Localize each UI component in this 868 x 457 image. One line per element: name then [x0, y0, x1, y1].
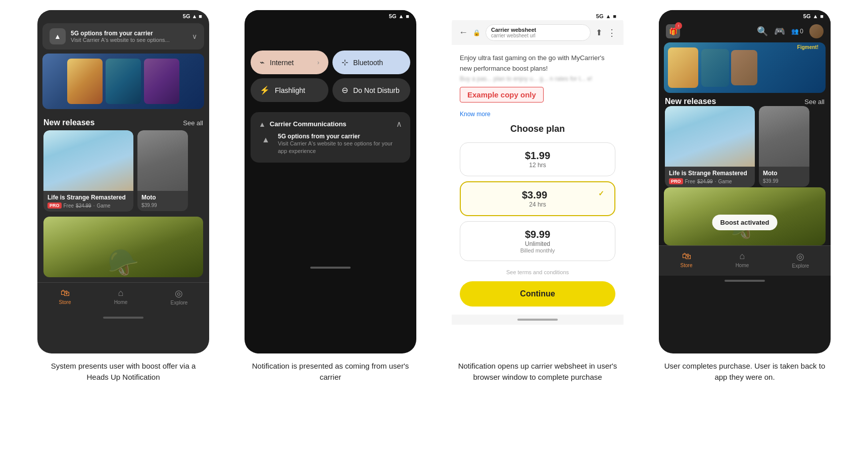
- game-price-4-2: $39.99: [763, 178, 779, 184]
- game-card-moto-4[interactable]: Moto $39.99: [759, 106, 809, 187]
- game-price-free-1: Free: [64, 203, 74, 209]
- promo-text-blurred: Buy a pas... plan to enjoy u... g... n r…: [460, 74, 615, 84]
- large-game-card[interactable]: 🪖: [43, 217, 203, 277]
- banner-game-2: [106, 59, 141, 104]
- nav-store[interactable]: 🛍 Store: [59, 288, 71, 306]
- carrier-msg-title: 5G options from your carrier: [278, 133, 402, 140]
- qs-row-2: ⚡ Flashlight ⊖ Do Not Disturb: [251, 78, 410, 102]
- terms-conditions[interactable]: See terms and conditions: [460, 269, 615, 275]
- websheet-body: Enjoy ultra fast gaming on the go with M…: [452, 45, 623, 315]
- qs-bluetooth[interactable]: ⊹ Bluetooth: [332, 50, 410, 74]
- qs-do-not-disturb[interactable]: ⊖ Do Not Disturb: [332, 78, 410, 102]
- battery-icon: ■: [199, 13, 202, 19]
- see-all-button-4[interactable]: See all: [804, 98, 825, 106]
- phone-screen-2: 5G ▲ ■ ⌁ Internet › ⊹ Bluetooth: [245, 10, 416, 353]
- game-price-free-4: Free: [685, 179, 696, 184]
- home-bar-4: [725, 280, 765, 282]
- url-bar[interactable]: Carrier websheet carrier websheet url: [486, 24, 591, 41]
- p4-hero-banner: Figment!: [664, 42, 826, 93]
- search-icon-4[interactable]: 🔍: [757, 26, 768, 37]
- app-header-4: 🎁 ! 🔍 🎮 👥 0: [659, 20, 831, 42]
- new-releases-title-4: New releases: [665, 97, 716, 106]
- large-game-card-4: 🪖 Boost activated: [664, 187, 826, 245]
- plan-option-1[interactable]: $1.99 12 hrs: [460, 142, 615, 176]
- caption-1: System presents user with boost offer vi…: [42, 361, 204, 383]
- share-icon[interactable]: ⬆: [596, 28, 602, 37]
- banner-game-1: [67, 59, 103, 104]
- signal-2: ▲: [398, 13, 404, 19]
- new-releases-header-4: New releases See all: [659, 97, 831, 106]
- game-meta-2: $39.99: [141, 202, 184, 208]
- nav-home-4[interactable]: ⌂ Home: [736, 251, 749, 269]
- ws-url-text: carrier websheet url: [491, 33, 585, 38]
- user-avatar[interactable]: [809, 24, 824, 38]
- game-cat-4: Game: [718, 179, 732, 184]
- nav-explore[interactable]: ◎ Explore: [170, 288, 187, 306]
- plan-duration-3: Unlimited: [470, 240, 605, 247]
- home-indicator-4: [659, 276, 831, 286]
- plan-price-1: $1.99: [470, 150, 605, 162]
- game-card-life-4[interactable]: Life is Strange Remastered PRO Free $24.…: [665, 106, 755, 187]
- signal-4: ▲: [812, 13, 818, 19]
- game-card-image-2: [137, 130, 188, 191]
- qs-internet[interactable]: ⌁ Internet ›: [251, 50, 328, 74]
- large-game-image: 🪖: [43, 217, 203, 277]
- bottom-nav-4: 🛍 Store ⌂ Home ◎ Explore: [659, 245, 831, 276]
- game-title-4-2: Moto: [763, 170, 805, 177]
- nav-explore-label: Explore: [170, 300, 187, 306]
- new-releases-header: New releases See all: [37, 113, 209, 130]
- gift-icon[interactable]: 🎁 !: [666, 24, 680, 38]
- boost-activated-badge: Boost activated: [712, 215, 778, 230]
- more-menu-icon[interactable]: ⋮: [607, 27, 616, 38]
- see-all-button[interactable]: See all: [183, 119, 203, 127]
- gift-badge: !: [675, 22, 682, 29]
- nav-home[interactable]: ⌂ Home: [114, 288, 128, 306]
- battery-3: ■: [613, 13, 616, 19]
- plan-option-3[interactable]: $9.99 Unlimited Billed monthly: [460, 221, 615, 261]
- game-title-4-1: Life is Strange Remastered: [669, 170, 751, 177]
- heads-up-notification[interactable]: ▲ 5G options from your carrier Visit Car…: [42, 23, 204, 49]
- home-icon-4: ⌂: [740, 251, 745, 262]
- know-more-link[interactable]: Know more: [460, 111, 615, 118]
- game-price-original-1: $24.99: [76, 203, 91, 209]
- qs-internet-label: Internet: [270, 59, 294, 67]
- game-card-info-2: Moto $39.99: [137, 191, 188, 211]
- explore-icon: ◎: [175, 288, 183, 299]
- game-type-1: ·: [93, 203, 95, 209]
- game-card-info-1: Life is Strange Remastered PRO Free $24.…: [43, 191, 133, 212]
- back-button[interactable]: ←: [459, 27, 468, 38]
- game-type-4: ·: [715, 179, 716, 184]
- chevron-right-icon: ›: [317, 59, 319, 66]
- caption-4: User completes purchase. User is taken b…: [664, 361, 826, 383]
- figment-label: Figment!: [795, 42, 821, 52]
- qs-flashlight-label: Flashlight: [275, 86, 305, 94]
- dnd-icon: ⊖: [342, 85, 348, 95]
- new-releases-title: New releases: [43, 118, 94, 127]
- network-4: 5G: [803, 13, 811, 19]
- quick-settings-panel: ⌁ Internet › ⊹ Bluetooth ⚡ Flashlight: [245, 20, 416, 108]
- plan-option-2[interactable]: ✓ $3.99 24 hrs: [460, 181, 615, 216]
- game-card-life-is-strange[interactable]: Life is Strange Remastered PRO Free $24.…: [43, 130, 133, 212]
- example-copy-badge: Example copy only: [460, 87, 544, 103]
- carrier-body-icon: ▲: [259, 133, 273, 147]
- lock-icon: 🔒: [473, 29, 480, 36]
- game-card-moto[interactable]: Moto $39.99: [137, 130, 188, 212]
- caption-2: Notification is presented as coming from…: [250, 361, 411, 383]
- nav-store-4[interactable]: 🛍 Store: [681, 251, 693, 269]
- battery-2: ■: [406, 13, 409, 19]
- continue-button[interactable]: Continue: [460, 281, 615, 307]
- game-card-img-4-2: [759, 106, 809, 167]
- signal-3: ▲: [605, 13, 611, 19]
- gamepad-icon[interactable]: 🎮: [774, 26, 785, 37]
- carrier-notification[interactable]: ▲ Carrier Communications ∧ ▲ 5G options …: [251, 112, 410, 163]
- home-bar-2: [310, 267, 351, 269]
- nav-home-label-4: Home: [736, 263, 749, 268]
- status-bar-2: 5G ▲ ■: [245, 10, 416, 20]
- phone-screen-1: 5G ▲ ■ ▲ 5G options from your carrier Vi…: [37, 10, 209, 353]
- plan-price-3: $9.99: [470, 229, 605, 240]
- caption-3: Notification opens up carrier websheet i…: [457, 361, 618, 383]
- nav-explore-4[interactable]: ◎ Explore: [792, 251, 809, 269]
- notif-carrier-icon: ▲: [50, 28, 66, 44]
- qs-flashlight[interactable]: ⚡ Flashlight: [251, 78, 328, 102]
- p4-banner-game-2: [701, 49, 729, 87]
